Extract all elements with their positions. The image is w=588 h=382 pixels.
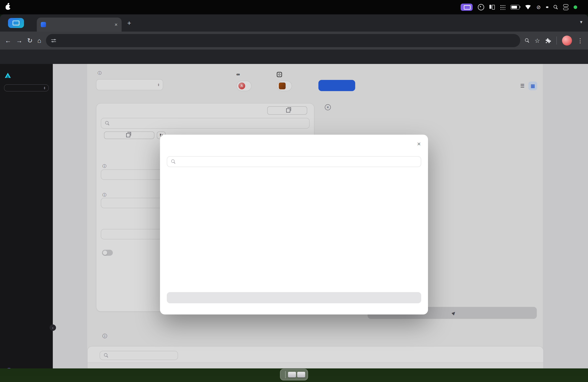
active-tab[interactable]: × [37, 18, 122, 32]
group-media-modal: × [160, 135, 428, 314]
screen: ⊘ × + ▾ ← → ↻ ⌂ [0, 0, 588, 382]
screen-share-icon[interactable] [461, 4, 473, 11]
apple-icon[interactable] [6, 5, 10, 10]
site-settings-icon[interactable] [51, 38, 56, 42]
address-bar[interactable] [46, 34, 520, 47]
search-icon[interactable] [525, 38, 529, 43]
macos-menubar: ⊘ [0, 0, 588, 14]
do-not-disturb-icon[interactable]: ⊘ [536, 4, 541, 10]
browser-toolbar: ← → ↻ ⌂ ☆ ⋮ [0, 32, 588, 50]
window-tiling-icon[interactable] [489, 5, 495, 10]
tab-close-icon[interactable]: × [115, 21, 118, 28]
close-icon[interactable]: × [417, 140, 421, 148]
screen-sharing-active-dot [574, 5, 577, 9]
workspace-selector[interactable]: ▴▾ [4, 84, 49, 92]
minimized-window[interactable] [288, 372, 296, 377]
browser-profile-avatar[interactable] [562, 36, 572, 46]
avatar [4, 368, 14, 368]
forward-button[interactable]: → [16, 37, 22, 44]
page-content: ▴▾ ▴▾ [0, 64, 588, 368]
browser-menu-icon[interactable]: ⋮ [577, 37, 583, 44]
app-brand[interactable] [5, 73, 48, 78]
dock [280, 369, 308, 381]
control-center-icon[interactable] [563, 4, 568, 10]
home-button[interactable]: ⌂ [37, 37, 41, 44]
spotlight-icon[interactable] [554, 5, 558, 9]
user-menu[interactable]: ▴▾ [4, 368, 49, 368]
minimized-window[interactable] [297, 372, 305, 377]
profile-chip[interactable] [8, 18, 24, 28]
browser-window: × + ▾ ← → ↻ ⌂ ☆ ⋮ [0, 14, 588, 368]
sidebar-collapse-button[interactable]: ‹ [50, 325, 56, 331]
dock-divider [285, 371, 286, 378]
search-icon [171, 159, 176, 164]
new-tab-button[interactable]: + [127, 19, 131, 27]
tab-favicon [41, 22, 46, 27]
profile-chip-icon [13, 20, 20, 25]
app-grid-icon[interactable] [500, 5, 505, 10]
tab-search-button[interactable]: ▾ [580, 19, 582, 25]
tab-strip: × + ▾ [0, 14, 588, 32]
battery-icon [510, 5, 520, 10]
app-logo-icon [5, 73, 11, 78]
image-search-input[interactable] [178, 158, 417, 165]
app-sidebar: ▴▾ ▴▾ [0, 64, 53, 368]
wifi-icon[interactable] [525, 5, 531, 9]
back-button[interactable]: ← [5, 37, 11, 44]
extensions-puzzle-icon[interactable] [545, 38, 551, 43]
bookmark-star-icon[interactable]: ☆ [535, 37, 540, 44]
group-selected-media-button[interactable] [167, 292, 421, 303]
record-icon[interactable] [478, 4, 484, 10]
toolbar-divider [556, 37, 557, 45]
image-search[interactable] [167, 156, 421, 167]
reload-button[interactable]: ↻ [27, 37, 33, 44]
keyboard-layout-badge[interactable] [546, 6, 548, 8]
main-area: ⓘ ▴▾ ∞ A [53, 64, 588, 368]
chevron-updown-icon: ▴▾ [44, 86, 45, 90]
